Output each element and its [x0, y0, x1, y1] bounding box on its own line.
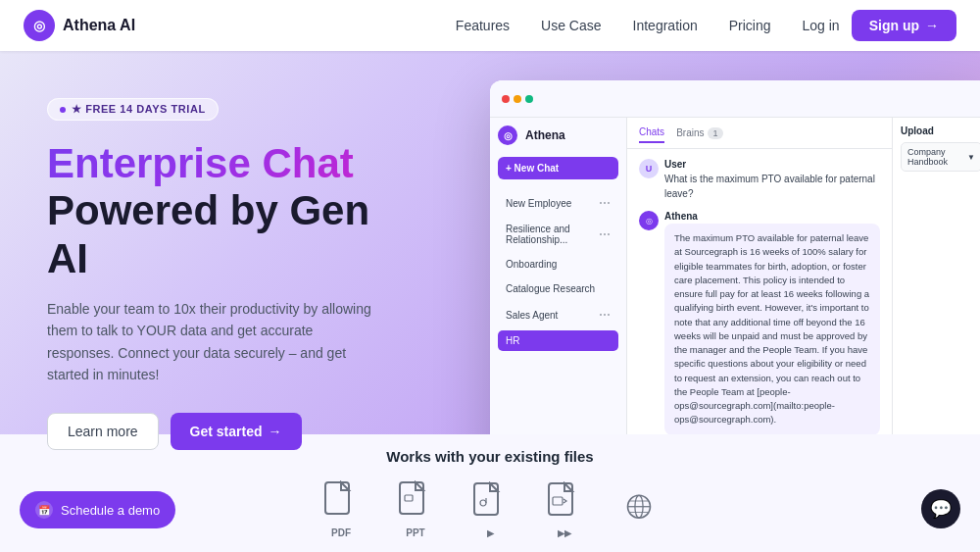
sidebar-item-menu: ⋯: [599, 196, 611, 210]
bottom-title: Works with your existing files: [386, 448, 593, 465]
ppt-icon: [398, 480, 433, 524]
file-type-ppt: PPT: [398, 480, 433, 538]
hero-title-line2: Powered by Gen AI: [47, 187, 369, 280]
athena-avatar-1: ◎: [639, 211, 659, 230]
new-chat-button[interactable]: + New Chat: [498, 157, 618, 179]
logo-text: Athena AI: [63, 17, 135, 34]
chat-messages: U User What is the maximum PTO available…: [627, 149, 892, 457]
chat-logo-icon: ◎: [498, 125, 517, 145]
nav-actions: Log in Sign up →: [803, 10, 956, 41]
web-icon: [621, 492, 657, 527]
tab-chats-label: Chats: [639, 126, 664, 137]
nav-links: Features Use Case Integration Pricing: [456, 18, 771, 33]
svg-point-10: [480, 500, 486, 506]
schedule-demo-button[interactable]: 📅 Schedule a demo: [20, 491, 175, 528]
tab-chats[interactable]: Chats: [639, 123, 664, 143]
logo[interactable]: ◎ Athena AI: [24, 10, 135, 41]
support-chat-button[interactable]: 💬: [921, 489, 960, 528]
signup-button[interactable]: Sign up →: [852, 10, 956, 41]
file-type-audio: ▶: [472, 481, 508, 538]
hero-title: Enterprise Chat Powered by Gen AI: [47, 140, 414, 282]
sidebar-item-label: Catalogue Research: [506, 283, 595, 294]
learn-more-button[interactable]: Learn more: [47, 413, 159, 450]
hero-description: Enable your team to 10x their productivi…: [47, 298, 380, 386]
calendar-icon: 📅: [35, 501, 53, 519]
file-type-pdf: PDF: [323, 480, 359, 538]
window-controls: [502, 95, 533, 103]
message-1: U User What is the maximum PTO available…: [639, 159, 880, 201]
logo-icon: ◎: [24, 10, 55, 41]
trial-text: ★ FREE 14 DAYS TRIAL: [72, 103, 206, 116]
close-dot: [502, 95, 510, 103]
signup-label: Sign up: [869, 18, 919, 33]
video-icon: [547, 481, 582, 525]
nav-features[interactable]: Features: [456, 18, 510, 33]
chat-logo: ◎ Athena: [498, 125, 565, 145]
tab-brains[interactable]: Brains 1: [676, 124, 722, 143]
message-1-text: What is the maximum PTO available for pa…: [664, 172, 880, 201]
sidebar-item-label: Onboarding: [506, 259, 557, 270]
sidebar-item-label: Resilience and Relationship...: [506, 224, 599, 245]
nav-pricing[interactable]: Pricing: [729, 18, 771, 33]
message-2: ◎ Athena The maximum PTO available for p…: [639, 211, 880, 435]
audio-icon: [472, 481, 508, 525]
minimize-dot: [514, 95, 521, 103]
pdf-icon: [323, 480, 359, 524]
sidebar-item-sales[interactable]: Sales Agent ⋯: [498, 303, 618, 326]
svg-rect-15: [553, 497, 563, 505]
sidebar-item-menu: ⋯: [599, 308, 611, 322]
hero-buttons: Learn more Get started →: [47, 413, 414, 450]
sidebar-item-onboarding[interactable]: Onboarding: [498, 254, 618, 275]
sidebar-item-label: Sales Agent: [506, 310, 558, 321]
tab-brains-badge: 1: [708, 127, 722, 139]
sidebar-item-new-employee[interactable]: New Employee ⋯: [498, 191, 618, 215]
sidebar-item-catalogue[interactable]: Catalogue Research: [498, 278, 618, 299]
chat-tabs: Chats Brains 1: [627, 118, 892, 149]
get-started-label: Get started: [190, 424, 263, 439]
get-started-button[interactable]: Get started →: [171, 413, 302, 450]
message-2-content: Athena The maximum PTO available for pat…: [664, 211, 880, 435]
message-2-bubble: The maximum PTO available for paternal l…: [664, 224, 880, 435]
trial-dot: [60, 107, 66, 113]
new-chat-label: + New Chat: [506, 163, 559, 174]
sidebar-item-label: HR: [506, 335, 519, 346]
trial-badge: ★ FREE 14 DAYS TRIAL: [47, 98, 219, 121]
signup-arrow: →: [925, 18, 939, 33]
message-2-text: The maximum PTO available for paternal l…: [674, 231, 870, 427]
pdf-label: PDF: [331, 527, 351, 538]
chat-window-header: [490, 80, 980, 118]
chat-window: ◎ Athena + New Chat New Employee ⋯ Resil…: [490, 80, 980, 492]
chat-support-icon: 💬: [930, 498, 952, 520]
audio-label: ▶: [487, 528, 494, 538]
chat-logo-text: Athena: [525, 128, 565, 142]
upload-file[interactable]: Company Handbook ▼: [901, 142, 980, 172]
get-started-arrow: →: [269, 424, 282, 439]
sidebar-item-menu: ⋯: [599, 227, 611, 241]
file-icons: PDF PPT ▶: [323, 480, 657, 538]
maximize-dot: [525, 95, 533, 103]
user-avatar-1: U: [639, 159, 659, 178]
file-type-web: [621, 492, 657, 527]
ppt-label: PPT: [406, 527, 424, 538]
navbar: ◎ Athena AI Features Use Case Integratio…: [0, 0, 980, 51]
nav-usecase[interactable]: Use Case: [541, 18, 601, 33]
video-label: ▶▶: [558, 528, 571, 538]
sidebar-item-label: New Employee: [506, 198, 571, 209]
message-1-sender: User: [664, 159, 880, 170]
message-2-sender: Athena: [664, 211, 880, 222]
hero-left: ★ FREE 14 DAYS TRIAL Enterprise Chat Pow…: [0, 51, 461, 450]
nav-integration[interactable]: Integration: [633, 18, 698, 33]
svg-rect-6: [405, 495, 413, 501]
message-1-content: User What is the maximum PTO available f…: [664, 159, 880, 201]
sidebar-item-hr[interactable]: HR: [498, 330, 618, 351]
hero-title-line1: Enterprise Chat: [47, 140, 354, 186]
schedule-demo-label: Schedule a demo: [61, 503, 160, 518]
sidebar-item-resilience[interactable]: Resilience and Relationship... ⋯: [498, 219, 618, 250]
upload-file-label: Company Handbook: [907, 147, 967, 167]
file-type-video: ▶▶: [547, 481, 582, 538]
chevron-down-icon: ▼: [967, 153, 975, 162]
upload-title: Upload: [901, 125, 980, 136]
login-button[interactable]: Log in: [803, 18, 840, 33]
tab-brains-label: Brains: [676, 127, 704, 138]
